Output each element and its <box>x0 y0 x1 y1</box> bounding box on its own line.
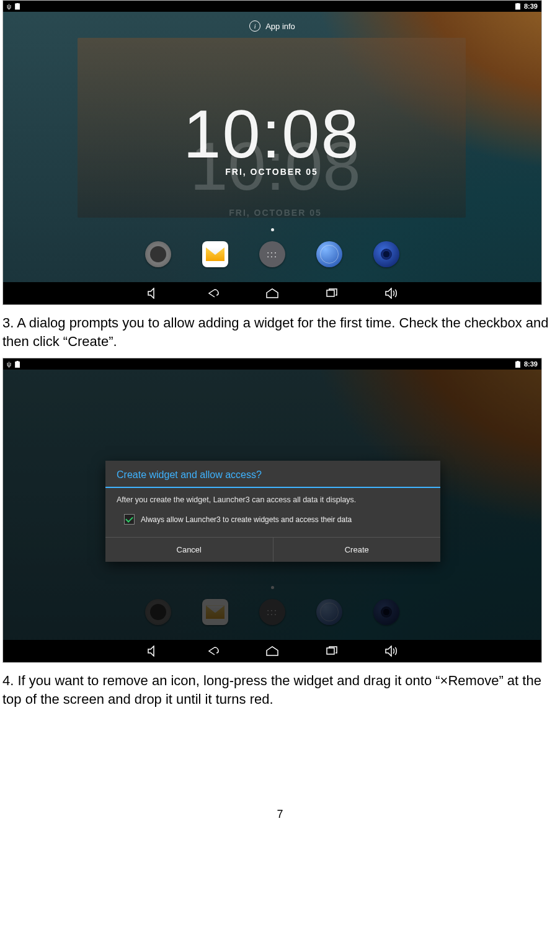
always-allow-row[interactable]: Always allow Launcher3 to create widgets… <box>105 508 440 537</box>
music-icon[interactable] <box>373 241 399 267</box>
create-widget-dialog: Create widget and allow access? After yo… <box>105 461 440 562</box>
back-icon[interactable] <box>205 645 221 657</box>
page-indicator <box>3 228 541 231</box>
recent-icon[interactable] <box>324 645 340 657</box>
status-time: 8:39 <box>524 360 538 368</box>
app-info-label: App info <box>265 22 295 31</box>
checkbox-checked-icon[interactable] <box>124 514 135 525</box>
settings-icon[interactable] <box>145 241 171 267</box>
usb-icon: ψ <box>7 361 11 368</box>
clock-widget[interactable]: 10:08 FRI, OCTOBER 05 10:08 FRI, OCTOBER… <box>78 38 466 218</box>
app-drawer-icon[interactable]: ::: <box>259 241 285 267</box>
clock-time: 10:08 <box>78 103 466 164</box>
dialog-buttons: Cancel Create <box>105 537 440 562</box>
mail-icon[interactable] <box>202 241 228 267</box>
screenshot-widget-preview: ψ 8:39 i App info 10:08 FRI, OCTOBER 05 … <box>2 0 542 305</box>
back-icon[interactable] <box>205 287 221 299</box>
volume-down-icon[interactable] <box>145 287 161 299</box>
checkbox-label: Always allow Launcher3 to create widgets… <box>141 515 352 524</box>
dialog-body: After you create the widget, Launcher3 c… <box>105 488 440 508</box>
svg-rect-1 <box>327 648 334 654</box>
battery-icon <box>15 361 20 368</box>
status-bar: ψ 8:39 <box>3 358 541 370</box>
volume-up-icon[interactable] <box>383 287 399 299</box>
dialog-title: Create widget and allow access? <box>105 461 440 487</box>
nav-bar <box>3 640 541 662</box>
nav-bar <box>3 282 541 304</box>
app-info-pill[interactable]: i App info <box>3 20 541 32</box>
step-3-text: 3. A dialog prompts you to allow adding … <box>2 314 558 350</box>
page-number: 7 <box>0 808 560 821</box>
status-time: 8:39 <box>524 2 538 10</box>
info-icon: i <box>249 20 260 32</box>
volume-up-icon[interactable] <box>383 645 399 657</box>
battery-icon <box>515 3 520 10</box>
battery-icon <box>15 3 20 10</box>
svg-rect-0 <box>327 290 334 296</box>
status-bar: ψ 8:39 <box>3 1 541 12</box>
recent-icon[interactable] <box>324 287 340 299</box>
battery-icon <box>515 361 520 368</box>
volume-down-icon[interactable] <box>145 645 161 657</box>
cancel-button[interactable]: Cancel <box>105 538 273 562</box>
create-button[interactable]: Create <box>273 538 441 562</box>
browser-icon[interactable] <box>316 241 342 267</box>
usb-icon: ψ <box>7 3 11 10</box>
step-4-text: 4. If you want to remove an icon, long-p… <box>2 672 558 708</box>
home-icon[interactable] <box>264 645 280 657</box>
dock: ::: <box>3 241 541 267</box>
screenshot-dialog: ψ 8:39 ::: Create widget and allow acces… <box>2 358 542 663</box>
home-icon[interactable] <box>264 287 280 299</box>
